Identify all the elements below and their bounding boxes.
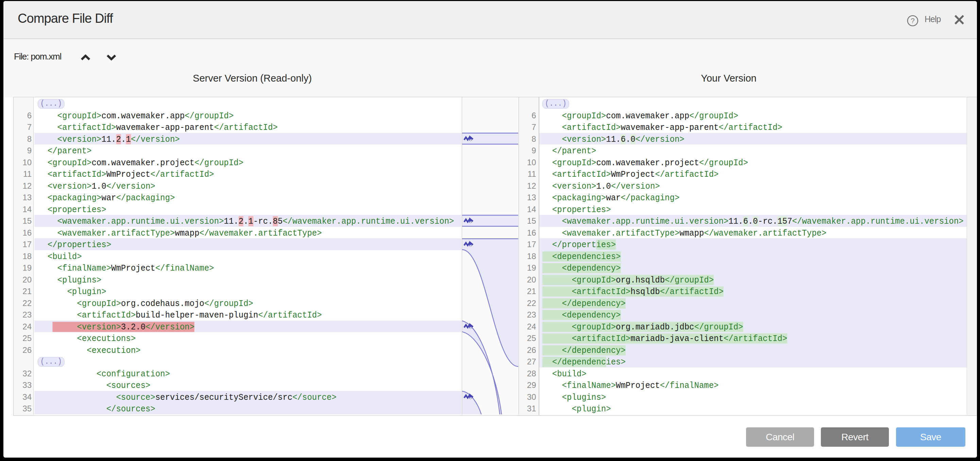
svg-text:?: ? bbox=[911, 17, 915, 24]
